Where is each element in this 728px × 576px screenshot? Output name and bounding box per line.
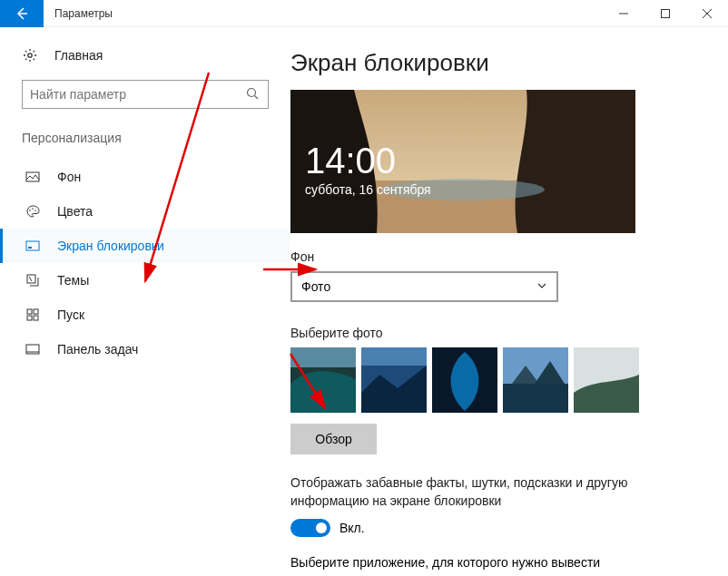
choose-app-label: Выберите приложение, для которого нужно … — [290, 555, 710, 570]
sidebar-item-label: Пуск — [57, 308, 84, 322]
svg-point-9 — [32, 208, 34, 210]
thumb-4[interactable] — [503, 347, 568, 413]
toggle-state-label: Вкл. — [339, 521, 365, 535]
start-icon — [25, 307, 41, 323]
maximize-button[interactable] — [644, 0, 686, 27]
svg-rect-24 — [290, 347, 356, 367]
svg-rect-14 — [27, 309, 32, 314]
home-button[interactable]: Главная — [0, 42, 290, 69]
thumb-3[interactable] — [432, 347, 497, 413]
minimize-button[interactable] — [603, 0, 644, 27]
sidebar-item-label: Фон — [57, 170, 81, 184]
search-icon — [246, 87, 261, 102]
sidebar-item-background[interactable]: Фон — [0, 160, 290, 194]
window-controls — [603, 0, 728, 27]
themes-icon — [25, 272, 41, 288]
preview-date: суббота, 16 сентября — [305, 182, 431, 197]
thumb-5[interactable] — [574, 347, 639, 413]
window-title: Параметры — [54, 7, 603, 20]
category-label: Персонализация — [0, 131, 290, 145]
sidebar-item-label: Цвета — [57, 204, 93, 219]
svg-rect-1 — [662, 9, 670, 17]
sidebar-item-start[interactable]: Пуск — [0, 298, 290, 332]
sidebar-item-taskbar[interactable]: Панель задач — [0, 332, 290, 366]
search-input-wrap[interactable] — [22, 80, 269, 109]
svg-point-10 — [34, 210, 36, 211]
background-dropdown[interactable]: Фото — [290, 271, 558, 302]
lockscreen-preview: 14:00 суббота, 16 сентября — [290, 90, 635, 233]
fun-facts-toggle[interactable] — [290, 519, 330, 537]
browse-button[interactable]: Обзор — [290, 424, 377, 454]
gear-icon — [22, 47, 38, 63]
background-section-label: Фон — [290, 249, 710, 264]
sidebar-item-lockscreen[interactable]: Экран блокировки — [0, 229, 290, 263]
back-button[interactable] — [0, 0, 44, 27]
chevron-down-icon — [536, 279, 547, 294]
sidebar-item-label: Экран блокировки — [57, 239, 164, 253]
svg-rect-29 — [503, 384, 568, 413]
lock-screen-icon — [25, 238, 41, 254]
dropdown-value: Фото — [301, 279, 330, 294]
fun-facts-description: Отображать забавные факты, шутки, подска… — [290, 474, 672, 510]
svg-line-6 — [255, 96, 259, 100]
sidebar-item-label: Темы — [57, 273, 89, 288]
arrow-left-icon — [15, 6, 29, 21]
svg-point-5 — [248, 89, 256, 97]
svg-point-8 — [29, 210, 31, 211]
sidebar-item-label: Панель задач — [57, 342, 138, 356]
svg-rect-15 — [34, 309, 38, 314]
svg-rect-16 — [27, 316, 32, 320]
photo-thumbnails — [290, 347, 710, 413]
browse-label: Обзор — [315, 432, 351, 446]
home-label: Главная — [54, 48, 103, 63]
thumb-1[interactable] — [290, 347, 356, 413]
choose-photo-label: Выберите фото — [290, 326, 710, 340]
close-button[interactable] — [686, 0, 728, 27]
title-bar: Параметры — [0, 0, 728, 27]
svg-rect-26 — [361, 347, 427, 366]
preview-time: 14:00 — [305, 142, 431, 179]
thumb-2[interactable] — [361, 347, 427, 413]
sidebar-item-colors[interactable]: Цвета — [0, 194, 290, 229]
main-content: Экран блокировки 14:00 суббота, 16 сентя… — [290, 27, 728, 576]
image-icon — [25, 169, 41, 185]
taskbar-icon — [25, 341, 41, 357]
svg-rect-13 — [27, 275, 35, 283]
page-title: Экран блокировки — [290, 49, 710, 77]
svg-rect-12 — [28, 247, 32, 249]
search-input[interactable] — [30, 87, 246, 102]
sidebar-item-themes[interactable]: Темы — [0, 263, 290, 298]
palette-icon — [25, 203, 41, 220]
svg-point-4 — [28, 54, 32, 57]
svg-rect-17 — [34, 316, 38, 320]
sidebar: Главная Персонализация Фон Цвета Экран б… — [0, 27, 290, 576]
svg-rect-11 — [26, 241, 39, 250]
